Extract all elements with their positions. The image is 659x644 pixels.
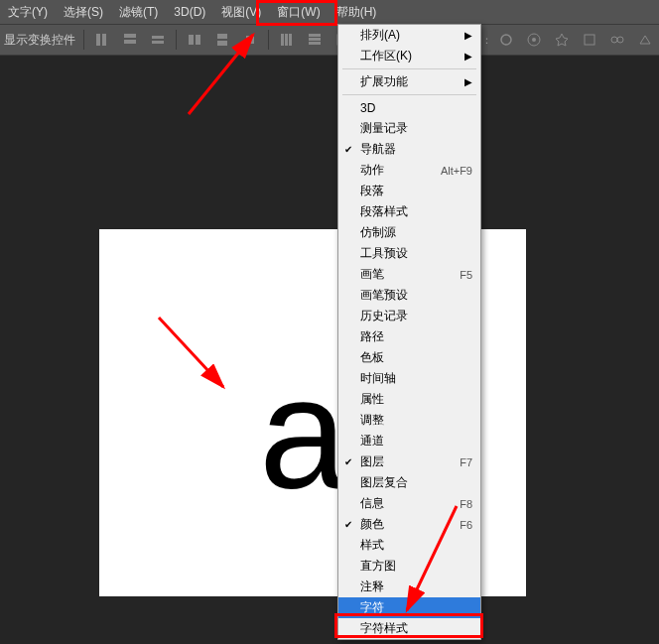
options-bar: 显示变换控件 D 模式： [0,24,659,56]
menu-swatches[interactable]: 色板 [338,347,480,368]
align-icon[interactable] [147,29,169,51]
menu-window[interactable]: 窗口(W) [269,0,328,25]
svg-rect-11 [281,34,284,46]
svg-rect-10 [246,36,254,44]
align-icon[interactable] [211,29,233,51]
shortcut: F5 [460,269,472,281]
menu-timeline[interactable]: 时间轴 [338,368,480,389]
shortcut: F8 [460,498,472,510]
menu-history[interactable]: 历史记录 [338,306,480,326]
submenu-arrow-icon: ▶ [464,51,472,62]
menu-info[interactable]: 信息F8 [338,493,480,514]
separator [268,30,269,50]
menu-styles[interactable]: 样式 [338,535,480,556]
menu-paragraph[interactable]: 段落 [338,181,480,201]
svg-rect-2 [124,34,136,38]
svg-rect-3 [124,40,136,44]
menu-adjustments[interactable]: 调整 [338,410,480,431]
menu-filter[interactable]: 滤镜(T) [111,0,166,25]
svg-point-20 [532,38,536,42]
svg-rect-7 [196,35,200,45]
mode-icon[interactable] [523,29,545,51]
menu-paragraph-styles[interactable]: 段落样式 [338,201,480,222]
svg-point-23 [617,37,623,43]
svg-rect-1 [102,34,106,46]
align-icon[interactable] [119,29,141,51]
menu-text[interactable]: 文字(Y) [0,0,56,25]
menu-help[interactable]: 帮助(H) [329,0,385,25]
svg-rect-9 [217,41,227,46]
menu-select[interactable]: 选择(S) [56,0,111,25]
menu-tool-presets[interactable]: 工具预设 [338,243,480,264]
separator [83,30,84,50]
menu-clone-source[interactable]: 仿制源 [338,222,480,243]
check-icon: ✔ [344,144,352,155]
separator [342,68,476,69]
svg-rect-12 [285,34,288,46]
align-icon[interactable] [91,29,113,51]
menubar: 文字(Y) 选择(S) 滤镜(T) 3D(D) 视图(V) 窗口(W) 帮助(H… [0,0,659,24]
menu-paths[interactable]: 路径 [338,326,480,347]
menu-measure[interactable]: 测量记录 [338,118,480,139]
check-icon: ✔ [344,519,352,530]
window-dropdown: 排列(A)▶ 工作区(K)▶ 扩展功能▶ 3D 测量记录 ✔导航器 动作Alt+… [337,24,481,640]
menu-channels[interactable]: 通道 [338,431,480,451]
menu-notes[interactable]: 注释 [338,577,480,597]
svg-point-22 [611,37,617,43]
align-icon[interactable] [239,29,261,51]
menu-character-styles[interactable]: 字符样式 [338,618,480,639]
menu-color[interactable]: ✔颜色F6 [338,514,480,535]
svg-rect-6 [189,35,194,45]
menu-workspace[interactable]: 工作区(K)▶ [338,46,480,66]
shortcut: F6 [460,519,472,531]
menu-brush[interactable]: 画笔F5 [338,264,480,285]
check-icon: ✔ [344,456,352,467]
menu-properties[interactable]: 属性 [338,389,480,410]
show-transform-label: 显示变换控件 [0,32,79,49]
canvas-area: ab [0,56,659,644]
mode-icon[interactable] [495,29,517,51]
svg-rect-14 [309,34,321,37]
menu-extensions[interactable]: 扩展功能▶ [338,71,480,92]
svg-rect-4 [152,36,164,39]
distribute-icon[interactable] [276,29,298,51]
svg-rect-13 [289,34,292,46]
align-icon[interactable] [184,29,205,51]
separator [176,30,177,50]
separator [342,94,476,95]
svg-rect-0 [96,34,100,46]
mode-icon[interactable] [551,29,573,51]
menu-layers[interactable]: ✔图层F7 [338,451,480,472]
mode-icon[interactable] [579,29,600,51]
menu-brush-presets[interactable]: 画笔预设 [338,285,480,306]
svg-rect-5 [152,41,164,44]
shortcut: Alt+F9 [441,165,472,177]
menu-navigator[interactable]: ✔导航器 [338,139,480,160]
svg-rect-16 [309,42,321,45]
mode-icon[interactable] [634,29,656,51]
menu-histogram[interactable]: 直方图 [338,556,480,577]
svg-point-18 [501,35,511,45]
menu-3d[interactable]: 3D(D) [166,1,213,23]
menu-layer-comps[interactable]: 图层复合 [338,472,480,493]
menu-arrange[interactable]: 排列(A)▶ [338,25,480,46]
menu-3d-panel[interactable]: 3D [338,97,480,118]
menu-character[interactable]: 字符 [338,597,480,618]
distribute-icon[interactable] [304,29,326,51]
shortcut: F7 [460,456,472,468]
svg-rect-15 [309,38,321,41]
submenu-arrow-icon: ▶ [464,76,472,87]
svg-rect-21 [585,35,594,45]
submenu-arrow-icon: ▶ [464,30,472,41]
svg-rect-8 [217,34,227,39]
mode-icon[interactable] [606,29,628,51]
menu-view[interactable]: 视图(V) [213,0,269,25]
menu-actions[interactable]: 动作Alt+F9 [338,160,480,181]
